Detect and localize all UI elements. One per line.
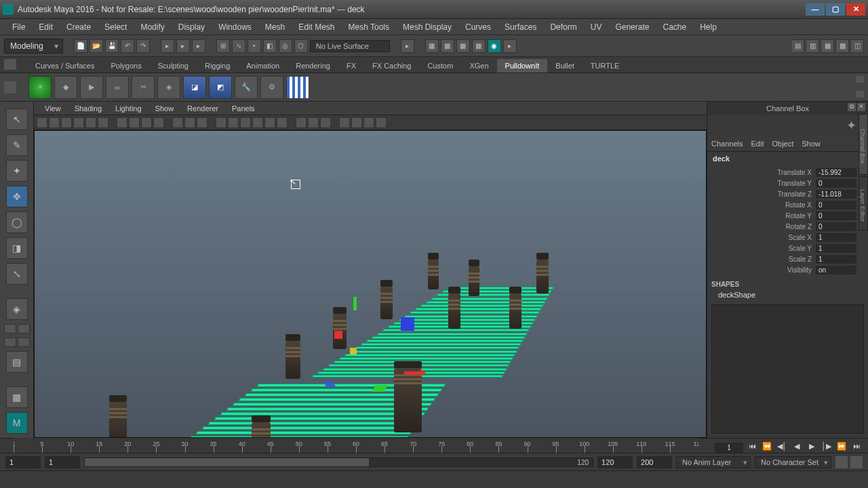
live-surface-combo[interactable]: No Live Surface	[310, 40, 390, 52]
menu-edit[interactable]: Edit	[32, 22, 60, 32]
scale-tool[interactable]: ◨	[6, 237, 28, 259]
soft-select-icon[interactable]: ◈	[6, 298, 28, 320]
panel-layout-4-icon[interactable]: ▩	[835, 39, 849, 53]
vp-xray-joints-icon[interactable]	[240, 117, 251, 128]
playback-end-field[interactable]: 120	[597, 456, 633, 468]
shelf-tab-rigging[interactable]: Rigging	[197, 59, 238, 73]
rotate-tool[interactable]: ◯	[6, 211, 28, 233]
shape-name[interactable]: deckShape	[707, 289, 868, 300]
menu-mesh[interactable]: Mesh	[258, 22, 292, 32]
vp-ao-icon[interactable]	[197, 117, 208, 128]
shelf-pdi-cube2-icon[interactable]: ◩	[209, 76, 232, 99]
side-tab-channel-box[interactable]: Channel Box	[859, 114, 868, 175]
layout-d-icon[interactable]	[18, 338, 30, 347]
shelf-pdi-fracture-icon[interactable]: ✂	[132, 76, 155, 99]
manipulator-z-cube[interactable]	[401, 317, 414, 331]
vp-exposure-icon[interactable]	[264, 117, 275, 128]
menu-windows[interactable]: Windows	[212, 22, 258, 32]
anim-layer-combo[interactable]: No Anim Layer	[676, 456, 751, 468]
shelf-tab-sculpting[interactable]: Sculpting	[150, 59, 197, 73]
maya-logo-icon[interactable]: M	[6, 412, 28, 434]
step-fwd-key-icon[interactable]: ⏩	[835, 442, 848, 453]
panel-menu-show[interactable]: Show	[149, 104, 181, 113]
new-scene-icon[interactable]: 📄	[74, 39, 87, 53]
shelf-tab-pulldownit[interactable]: PulldownIt	[497, 59, 548, 73]
play-back-icon[interactable]: ◀	[791, 442, 803, 453]
vp-gate-mask-icon[interactable]	[98, 117, 108, 128]
range-end-field[interactable]: 200	[637, 456, 672, 468]
shelf-tab-custom[interactable]: Custom	[420, 59, 462, 73]
attr-value-field[interactable]: -15.992	[816, 168, 856, 177]
menu-curves[interactable]: Curves	[458, 22, 498, 32]
vp-extra5-icon[interactable]	[351, 117, 362, 128]
attr-value-field[interactable]: 1	[816, 233, 856, 242]
snap-point-icon[interactable]: •	[248, 39, 261, 53]
go-start-icon[interactable]: ⏮	[746, 442, 758, 453]
viewport-3d[interactable]	[34, 130, 707, 438]
vp-bookmark-icon[interactable]	[49, 117, 60, 128]
live-toggle-icon[interactable]: ⬡	[294, 39, 308, 53]
shelf-tab-animation[interactable]: Animation	[238, 59, 288, 73]
window-close-button[interactable]: ✕	[846, 3, 865, 16]
vp-extra4-icon[interactable]	[339, 117, 350, 128]
vp-grid-icon[interactable]	[117, 117, 127, 128]
attr-value-field[interactable]: 1	[816, 244, 856, 253]
menu-mesh-tools[interactable]: Mesh Tools	[342, 22, 396, 32]
menu-uv[interactable]: UV	[584, 22, 609, 32]
vp-extra1-icon[interactable]	[296, 117, 307, 128]
menu-surfaces[interactable]: Surfaces	[498, 22, 543, 32]
range-slider-thumb[interactable]	[85, 458, 369, 466]
vp-extra2-icon[interactable]	[308, 117, 319, 128]
shelf-gear-icon[interactable]	[4, 81, 16, 94]
prefs-icon[interactable]	[850, 456, 863, 468]
panel-float-icon[interactable]: ⧉	[848, 103, 856, 111]
menu-display[interactable]: Display	[172, 22, 212, 32]
attr-value-field[interactable]: 0	[816, 211, 856, 220]
step-back-key-icon[interactable]: ⏪	[761, 442, 773, 453]
panel-close-icon[interactable]: ✕	[857, 103, 865, 111]
panel-layout-5-icon[interactable]: ◫	[850, 39, 864, 53]
shelf-menu-icon[interactable]	[4, 59, 16, 70]
panel-menu-renderer[interactable]: Renderer	[180, 104, 225, 113]
hypershade-icon[interactable]: ▦	[472, 39, 486, 53]
side-tab-layer-editor[interactable]: Layer Editor	[859, 176, 868, 230]
menu-help[interactable]: Help	[693, 22, 724, 32]
vp-gamma-icon[interactable]	[277, 117, 288, 128]
shelf-tab-curves[interactable]: Curves / Surfaces	[27, 59, 102, 73]
menu-file[interactable]: File	[5, 22, 32, 32]
go-end-icon[interactable]: ⏭	[850, 442, 863, 453]
manipulator-center[interactable]	[350, 348, 357, 354]
cb-channels[interactable]: Channels	[711, 140, 743, 148]
menu-create[interactable]: Create	[60, 22, 98, 32]
attr-value-field[interactable]: on	[816, 266, 856, 274]
step-fwd-icon[interactable]: │▶	[821, 442, 833, 453]
snap-live-icon[interactable]: ◎	[279, 39, 292, 53]
manipulator-x-axis[interactable]	[404, 371, 420, 375]
lasso-icon[interactable]: ▸	[176, 39, 190, 53]
panel-menu-panels[interactable]: Panels	[225, 104, 262, 113]
menu-cache[interactable]: Cache	[656, 22, 693, 32]
vp-shadow-icon[interactable]	[184, 117, 195, 128]
auto-key-icon[interactable]	[835, 456, 848, 468]
vp-shaded-icon[interactable]	[141, 117, 152, 128]
playback-start-field[interactable]: 1	[45, 456, 80, 468]
cb-show[interactable]: Show	[802, 140, 821, 148]
panel-menu-lighting[interactable]: Lighting	[108, 104, 149, 113]
time-slider[interactable]: 1510152025303540455055606570758085909510…	[0, 438, 868, 453]
shelf-scroll[interactable]	[856, 76, 864, 98]
shelf-tab-turtle[interactable]: TURTLE	[583, 59, 628, 73]
shelf-tab-bullet[interactable]: Bullet	[547, 59, 583, 73]
range-slider-track[interactable]: 120	[84, 458, 593, 467]
menu-mesh-display[interactable]: Mesh Display	[396, 22, 458, 32]
undo-icon[interactable]: ↶	[121, 39, 134, 53]
vp-res-gate-icon[interactable]	[85, 117, 96, 128]
panel-layout-3-icon[interactable]: ▦	[821, 39, 834, 53]
vp-xray-icon[interactable]	[228, 117, 239, 128]
snap-plane-icon[interactable]: ◧	[263, 39, 277, 53]
cb-edit[interactable]: Edit	[751, 140, 764, 148]
shelf-pdi-link-icon[interactable]: ∞	[106, 76, 129, 99]
attr-value-field[interactable]: 0	[816, 179, 856, 188]
shelf-pdi-shatter-icon[interactable]: ✶	[28, 76, 52, 99]
command-line[interactable]	[0, 470, 868, 488]
render-settings-icon[interactable]: ▦	[456, 39, 470, 53]
